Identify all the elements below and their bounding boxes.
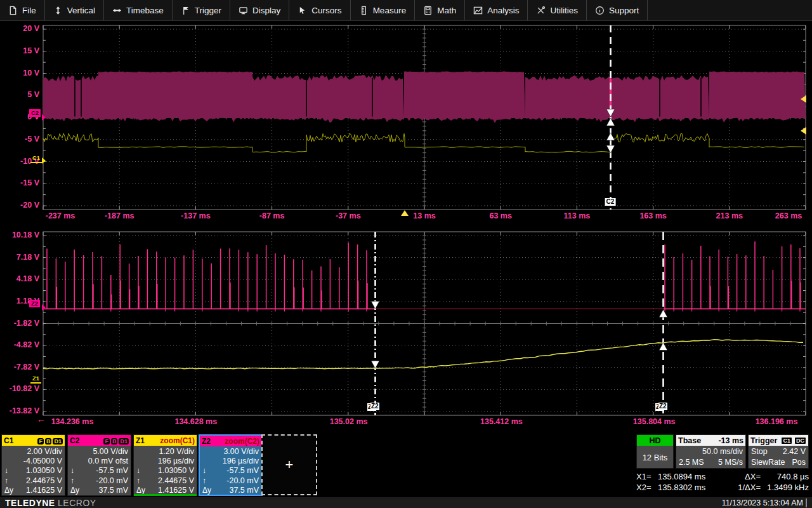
c2-zero-pointer — [42, 114, 46, 121]
oscilloscope-screen: File Vertical Timebase Trigger Display C… — [0, 0, 812, 508]
z2-cursor-tag: Z2 — [658, 403, 667, 410]
zoom-cursor-left-label[interactable]: Z1 Z2 — [367, 403, 383, 411]
trigger-time-marker[interactable] — [401, 210, 409, 216]
trigger-level-marker-lower[interactable] — [801, 127, 806, 135]
z1-zero-marker[interactable]: Z1 — [30, 375, 41, 384]
z2-zero-pointer — [42, 304, 46, 311]
z2-zero-marker[interactable]: Z2 — [29, 300, 40, 307]
c1-zero-marker[interactable]: C1 — [30, 154, 42, 163]
zoom-cursor-right-label[interactable]: Z1 Z2 — [655, 403, 671, 411]
trigger-level-marker-upper[interactable] — [801, 95, 806, 103]
c2-zero-marker[interactable]: C2 — [29, 109, 41, 117]
c1-zero-pointer — [42, 157, 46, 164]
waveform-canvas — [0, 0, 812, 508]
z2-cursor-tag: Z2 — [370, 403, 379, 410]
top-cursor-label[interactable]: C2 — [605, 198, 616, 206]
